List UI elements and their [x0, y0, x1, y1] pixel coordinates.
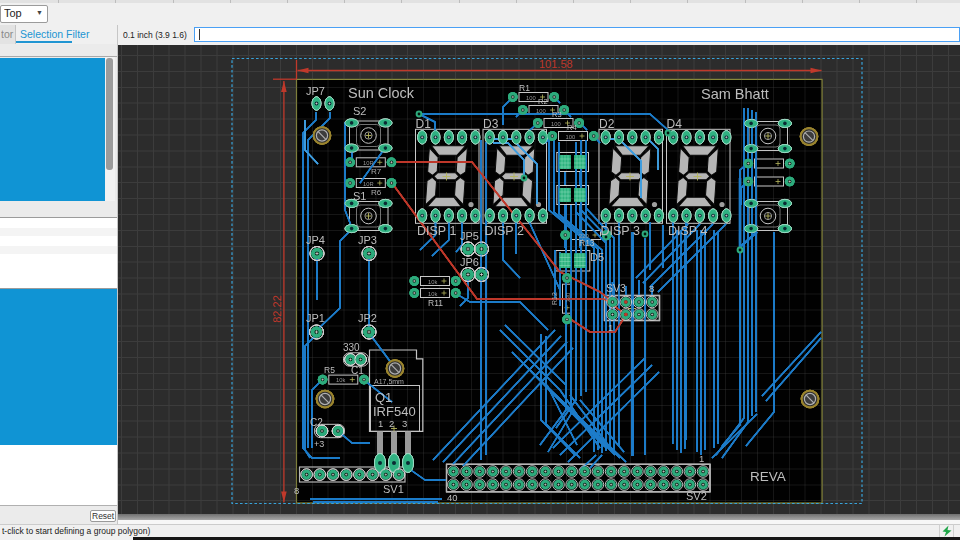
svg-text:1: 1: [699, 453, 704, 464]
svg-text:D4: D4: [667, 117, 683, 131]
svg-text:REVA: REVA: [750, 469, 786, 484]
svg-text:2: 2: [389, 418, 394, 429]
svg-text:DISP 3: DISP 3: [601, 224, 640, 238]
svg-text:S1: S1: [353, 190, 366, 202]
svg-text:10k: 10k: [336, 377, 345, 383]
svg-text:D5: D5: [590, 251, 604, 263]
svg-text:40: 40: [447, 492, 458, 503]
svg-text:R6: R6: [371, 188, 382, 197]
svg-text:220: 220: [579, 233, 589, 239]
svg-text:JP1: JP1: [306, 312, 325, 324]
svg-text:R3: R3: [552, 110, 562, 119]
svg-text:SV2: SV2: [686, 490, 707, 502]
svg-text:JP2: JP2: [358, 312, 377, 324]
svg-text:82.22: 82.22: [271, 295, 283, 323]
svg-text:10R: 10R: [363, 160, 374, 166]
svg-text:Sam Bhatt: Sam Bhatt: [701, 86, 769, 102]
svg-text:100: 100: [551, 121, 561, 127]
svg-text:8: 8: [649, 283, 654, 294]
svg-text:R11: R11: [428, 298, 443, 308]
svg-text:100: 100: [566, 134, 576, 140]
svg-text:A17,5mm: A17,5mm: [374, 378, 404, 385]
svg-text:R7: R7: [371, 167, 382, 176]
svg-text:SV3: SV3: [606, 282, 626, 294]
svg-text:Sun Clock: Sun Clock: [348, 85, 415, 101]
svg-text:R13: R13: [579, 238, 595, 248]
svg-text:R2: R2: [538, 97, 548, 106]
svg-text:DISP 1: DISP 1: [417, 224, 456, 238]
svg-text:IRF540: IRF540: [373, 404, 416, 419]
svg-text:DISP 2: DISP 2: [485, 224, 524, 238]
svg-text:10k: 10k: [428, 279, 437, 285]
svg-text:3: 3: [402, 418, 407, 429]
svg-text:JP3: JP3: [358, 234, 377, 246]
svg-text:1: 1: [378, 418, 383, 429]
svg-text:10R: 10R: [363, 181, 374, 187]
svg-text:8: 8: [294, 485, 299, 496]
svg-text:C2: C2: [310, 417, 323, 428]
svg-text:R4: R4: [567, 123, 577, 132]
svg-text:101.58: 101.58: [539, 58, 573, 70]
svg-text:Q1: Q1: [375, 390, 392, 405]
svg-text:100: 100: [526, 95, 536, 101]
svg-text:10k: 10k: [428, 291, 437, 297]
svg-text:JP5: JP5: [460, 230, 479, 242]
svg-text:JP6: JP6: [460, 256, 479, 268]
svg-text:100: 100: [536, 108, 546, 114]
svg-text:SV1: SV1: [383, 483, 404, 495]
svg-text:C1: C1: [351, 365, 364, 376]
svg-text:R5: R5: [324, 365, 335, 375]
svg-text:JP4: JP4: [306, 234, 325, 246]
svg-text:D2: D2: [599, 117, 615, 131]
svg-text:R1: R1: [519, 83, 530, 93]
svg-text:D3: D3: [483, 117, 499, 131]
svg-text:D1: D1: [416, 117, 432, 131]
svg-text:330: 330: [343, 342, 360, 353]
svg-text:S2: S2: [353, 105, 366, 117]
svg-text:JP7: JP7: [306, 85, 325, 97]
svg-text:R12: R12: [551, 292, 558, 305]
svg-text:DISP 4: DISP 4: [668, 224, 707, 238]
svg-text:1: 1: [608, 322, 613, 333]
svg-text:330: 330: [565, 293, 571, 303]
svg-text:+3: +3: [314, 439, 324, 449]
